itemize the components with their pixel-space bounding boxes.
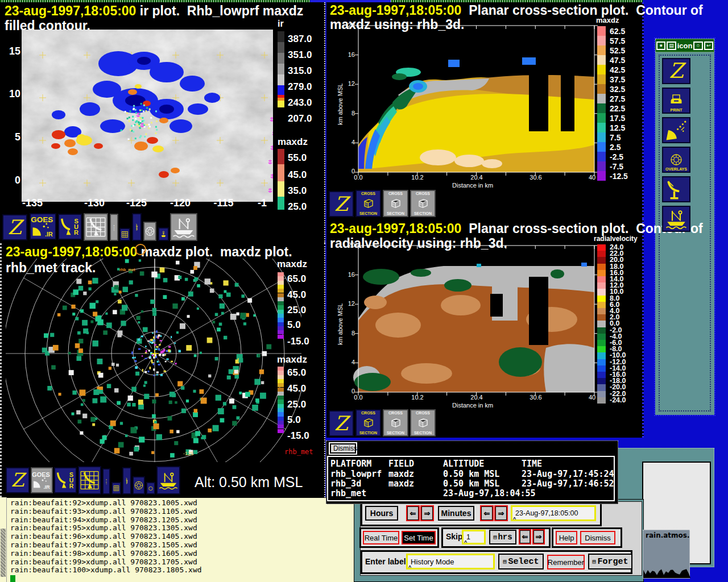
colorbar-segment (278, 53, 284, 64)
minutes-forward-button[interactable]: ⇒ (494, 505, 508, 521)
sur-button[interactable]: SUR (58, 214, 82, 240)
grid-button[interactable] (111, 482, 121, 494)
table-row: 0.50 km MSL (443, 469, 499, 479)
minutes-button[interactable]: Minutes (438, 506, 474, 521)
window-menu-circle-icon[interactable]: ● (656, 41, 665, 50)
axis-tick-label: 30.6 (530, 174, 541, 181)
skip-back-button[interactable]: ⇐ (519, 529, 531, 544)
axis-tick-label: 0.0 (354, 394, 362, 401)
icon-window-titlebar[interactable]: ● ▤ icon ○ ↩ (655, 39, 714, 52)
select-button[interactable]: ▤Select (498, 554, 544, 569)
zeb-logo-button[interactable]: Z (329, 191, 354, 217)
radarant-button[interactable] (662, 176, 690, 202)
web-button[interactable] (133, 476, 145, 494)
ir-satellite-plot[interactable] (22, 30, 273, 202)
map-button[interactable]: MAP (122, 467, 131, 494)
radar-title-text: maxdz plot. maxdz plot. (137, 244, 292, 259)
window-menu-icon[interactable]: ▤ (667, 41, 676, 50)
real-time-button[interactable]: Real Time (363, 531, 399, 544)
colorbar-label: -12.5 (610, 172, 628, 181)
button-label: SECTION (411, 431, 435, 435)
label-field-caret: ^ (408, 564, 411, 570)
remember-button[interactable]: Remember (547, 555, 585, 569)
gridradar-button[interactable] (84, 213, 108, 241)
axis-tick-label: 20.4 (470, 394, 482, 401)
print-button[interactable]: PRINT (662, 88, 690, 114)
radar-ppi-plot[interactable] (6, 259, 301, 462)
forget-button[interactable]: ▤Forget (588, 554, 632, 569)
bounds-button[interactable]: BOUNDS (102, 468, 110, 494)
dialog-dismiss-button[interactable]: Dismiss (329, 442, 357, 455)
goes-button[interactable]: GOES.IR (30, 213, 56, 240)
window-iconify-icon[interactable]: ↩ (704, 41, 713, 50)
cross-section-button[interactable]: CROSSSECTION (410, 409, 436, 436)
colorbar-segment (597, 84, 606, 94)
radar-title-line2: rhb_met track. (6, 260, 96, 275)
satellite-button[interactable] (662, 117, 690, 143)
colorbar-label: 32.5 (610, 85, 625, 94)
circle-button[interactable] (146, 482, 155, 494)
cross-section-button[interactable]: CROSSSECTION (355, 409, 381, 436)
sur-button[interactable]: SUR (54, 467, 77, 493)
button-label: CROSS (411, 411, 435, 415)
colorbar-segment (278, 181, 284, 197)
ship-button[interactable] (170, 213, 197, 241)
button-label: SECTION (411, 211, 435, 215)
help-button[interactable]: Help (556, 531, 577, 544)
svg-text:S: S (106, 483, 107, 484)
hours-back-button[interactable]: ⇐ (406, 505, 420, 521)
window-dot-button-icon[interactable]: ○ (693, 41, 702, 50)
button-label: PRINT (663, 108, 689, 112)
timectl-dismiss-button[interactable]: Dismiss (580, 531, 615, 544)
button-label: SECTION (384, 211, 407, 215)
colorbar-label: 17.5 (610, 114, 625, 123)
grid-button[interactable] (119, 228, 130, 241)
goes-icon: GOES.IR (32, 468, 52, 492)
cross-section-button[interactable]: CROSSSECTION (383, 190, 408, 217)
label-field[interactable]: History Mode (406, 554, 495, 569)
cross-section-button[interactable]: CROSSSECTION (410, 190, 436, 217)
ship-button[interactable] (662, 206, 690, 232)
xs1-xlabel: Distance in km (452, 182, 493, 189)
map-button[interactable]: MAP (132, 213, 142, 241)
colorbar-segment (278, 318, 284, 322)
xs2-contour-plot[interactable] (353, 242, 601, 398)
colorbar-segment (278, 301, 284, 305)
zeb-logo-button[interactable]: Z (329, 410, 354, 436)
hours-button[interactable]: Hours (365, 506, 398, 521)
goes-button[interactable]: GOES.IR (31, 467, 53, 493)
cross-section-button[interactable]: CROSSSECTION (383, 409, 408, 436)
time-field[interactable]: 23-Aug-97,18:05:00 (511, 505, 596, 521)
colorbar-segment (597, 45, 606, 55)
radar-range-label: -125 (183, 451, 193, 456)
button-label: CROSS (384, 411, 407, 415)
minutes-back-button[interactable]: ⇐ (480, 505, 494, 521)
button-label: SECTION (384, 431, 407, 435)
hours-forward-button[interactable]: ⇒ (420, 505, 434, 521)
colorbar-segment (597, 378, 606, 384)
zeb-button[interactable]: Z (2, 214, 27, 240)
colorbar-segment (278, 371, 284, 375)
set-time-button[interactable]: Set Time (402, 531, 436, 544)
buoy-button[interactable] (158, 227, 169, 241)
svg-text:P: P (136, 229, 137, 231)
cross-section-button[interactable]: CROSSSECTION (355, 190, 381, 217)
zeb-button[interactable]: Z (662, 58, 690, 84)
xs1-contour-plot[interactable] (353, 22, 601, 178)
colorbar-label: 387.0 (288, 34, 312, 45)
terminal-scrollbar-thumb[interactable] (1, 529, 6, 577)
web-button[interactable]: OVERLAYS (662, 147, 690, 173)
ship-button[interactable] (156, 466, 180, 494)
colorbar-segment (597, 123, 606, 132)
skip-units-button[interactable]: ▤hrs (489, 530, 516, 544)
colorbar-label: 62.5 (610, 27, 625, 36)
colorbar-segment (278, 64, 284, 74)
bounds-icon: BOUNDS (104, 469, 109, 493)
web-button[interactable] (143, 222, 156, 241)
gridradar-button[interactable] (78, 466, 101, 494)
skip-forward-button[interactable]: ⇒ (532, 529, 545, 544)
colorbar-segment (278, 289, 284, 293)
bounds-button[interactable]: BOUNDS (110, 214, 118, 241)
zeb-button[interactable]: Z (6, 467, 30, 493)
colorbar-segment (597, 94, 606, 103)
